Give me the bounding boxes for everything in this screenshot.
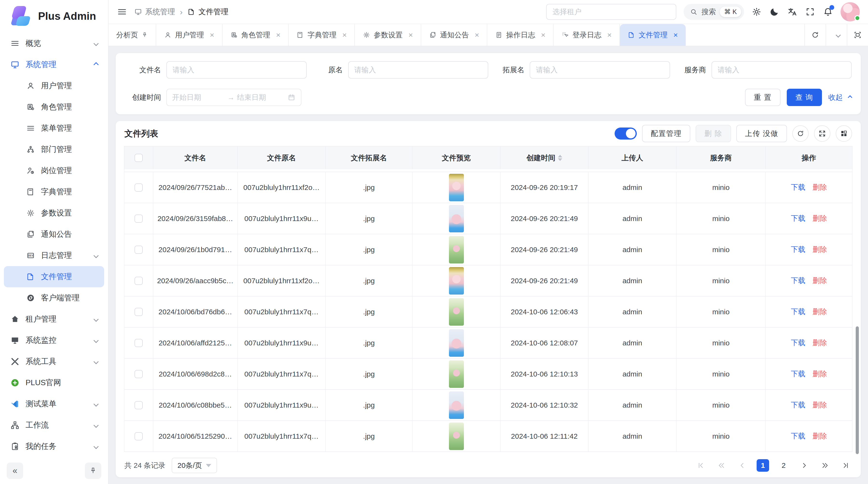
row-checkbox[interactable] xyxy=(134,308,143,316)
tab-close-icon[interactable]: × xyxy=(210,31,214,39)
row-checkbox[interactable] xyxy=(134,432,143,440)
download-link[interactable]: 下载 xyxy=(791,369,805,379)
delete-link[interactable]: 删除 xyxy=(812,338,827,348)
fast-prev-button[interactable] xyxy=(715,459,728,472)
global-search[interactable]: 搜索 ⌘ K xyxy=(684,4,744,20)
select-all-checkbox[interactable] xyxy=(134,154,143,162)
query-button[interactable]: 查 询 xyxy=(787,89,822,106)
tab-close-icon[interactable]: × xyxy=(541,31,546,39)
sidebar-pin-button[interactable] xyxy=(85,462,101,479)
delete-link[interactable]: 删除 xyxy=(812,400,827,410)
sidebar-item-用户管理[interactable]: 用户管理 xyxy=(4,75,104,96)
file-preview-thumbnail[interactable] xyxy=(449,423,464,450)
download-link[interactable]: 下载 xyxy=(791,338,805,348)
filter-input-原名[interactable] xyxy=(348,61,489,78)
page-button-1[interactable]: 1 xyxy=(756,459,769,472)
filter-input-服务商[interactable] xyxy=(712,61,852,78)
sidebar-item-部门管理[interactable]: 部门管理 xyxy=(4,139,104,160)
filter-input-拓展名[interactable] xyxy=(530,61,670,78)
row-checkbox[interactable] xyxy=(134,215,143,223)
tabs-more-button[interactable] xyxy=(826,24,847,46)
tab-close-icon[interactable]: × xyxy=(342,31,347,39)
sidebar-item-测试菜单[interactable]: 测试菜单 xyxy=(4,393,104,415)
date-range-input[interactable]: 开始日期 → 结束日期 xyxy=(166,89,301,106)
prev-page-button[interactable] xyxy=(736,459,748,472)
file-preview-thumbnail[interactable] xyxy=(449,174,464,201)
sidebar-item-概览[interactable]: 概览 xyxy=(4,33,104,54)
sidebar-item-岗位管理[interactable]: 岗位管理 xyxy=(4,160,104,181)
download-link[interactable]: 下载 xyxy=(791,307,805,317)
file-preview-thumbnail[interactable] xyxy=(449,205,464,232)
last-page-button[interactable] xyxy=(840,459,852,472)
search-toggle[interactable] xyxy=(615,128,637,139)
next-page-button[interactable] xyxy=(798,459,811,472)
sidebar-item-参数设置[interactable]: 参数设置 xyxy=(4,202,104,224)
table-fullscreen-button[interactable] xyxy=(814,125,830,142)
sidebar-item-字典管理[interactable]: 字典管理 xyxy=(4,181,104,202)
delete-button[interactable]: 删 除 xyxy=(695,125,731,142)
download-link[interactable]: 下载 xyxy=(791,400,805,410)
tab-分析页[interactable]: 分析页 xyxy=(108,24,156,46)
tab-close-icon[interactable]: × xyxy=(607,31,612,39)
page-button-2[interactable]: 2 xyxy=(777,459,790,472)
reset-button[interactable]: 重 置 xyxy=(745,89,780,106)
tenant-select[interactable]: 选择租户 xyxy=(546,4,676,20)
sidebar-item-菜单管理[interactable]: 菜单管理 xyxy=(4,118,104,139)
avatar[interactable] xyxy=(840,2,860,22)
sidebar-item-PLUS官网[interactable]: PLUS官网 xyxy=(4,372,104,393)
tabs-refresh-button[interactable] xyxy=(804,24,826,46)
tab-登录日志[interactable]: 登录日志× xyxy=(554,24,620,46)
download-link[interactable]: 下载 xyxy=(791,431,805,441)
hamburger-menu-icon[interactable] xyxy=(117,6,127,17)
tabs-fullscreen-button[interactable] xyxy=(847,24,868,46)
tab-字典管理[interactable]: 字典管理× xyxy=(289,24,355,46)
sidebar-item-工作流[interactable]: 工作流 xyxy=(4,415,104,436)
page-size-select[interactable]: 20条/页 xyxy=(172,458,217,473)
row-checkbox[interactable] xyxy=(134,370,143,378)
sidebar-item-租户管理[interactable]: 租户管理 xyxy=(4,309,104,330)
tab-close-icon[interactable]: × xyxy=(674,31,678,39)
delete-link[interactable]: 删除 xyxy=(812,214,827,223)
tab-通知公告[interactable]: 通知公告× xyxy=(421,24,488,46)
sidebar-collapse-button[interactable]: « xyxy=(7,462,23,479)
config-manage-button[interactable]: 配置管理 xyxy=(642,125,690,142)
sidebar-item-我的任务[interactable]: 我的任务 xyxy=(4,436,104,457)
tab-close-icon[interactable]: × xyxy=(408,31,413,39)
first-page-button[interactable] xyxy=(694,459,707,472)
tab-文件管理[interactable]: 文件管理× xyxy=(620,24,686,46)
delete-link[interactable]: 删除 xyxy=(812,431,827,441)
row-checkbox[interactable] xyxy=(134,246,143,254)
vertical-scrollbar[interactable] xyxy=(856,326,859,454)
file-preview-thumbnail[interactable] xyxy=(449,360,464,388)
upload-button[interactable]: 上传 没做 xyxy=(736,125,787,142)
column-settings-button[interactable] xyxy=(836,125,852,142)
sidebar-item-系统管理[interactable]: 系统管理 xyxy=(4,54,104,75)
notifications-button[interactable] xyxy=(823,6,833,17)
tab-角色管理[interactable]: 角色管理× xyxy=(222,24,289,46)
download-link[interactable]: 下载 xyxy=(791,245,805,255)
collapse-filters-link[interactable]: 收起 xyxy=(828,93,851,102)
breadcrumb-root[interactable]: 系统管理 xyxy=(134,7,175,17)
sidebar-item-系统工具[interactable]: 系统工具 xyxy=(4,351,104,372)
tab-参数设置[interactable]: 参数设置× xyxy=(355,24,421,46)
file-preview-thumbnail[interactable] xyxy=(449,236,464,263)
row-checkbox[interactable] xyxy=(134,401,143,409)
row-checkbox[interactable] xyxy=(134,339,143,347)
fast-next-button[interactable] xyxy=(819,459,831,472)
tab-用户管理[interactable]: 用户管理× xyxy=(156,24,222,46)
download-link[interactable]: 下载 xyxy=(791,183,805,192)
row-checkbox[interactable] xyxy=(134,184,143,192)
table-refresh-button[interactable] xyxy=(792,125,809,142)
file-preview-thumbnail[interactable] xyxy=(449,391,464,419)
sort-caret-icon[interactable] xyxy=(558,155,562,161)
sidebar-item-角色管理[interactable]: 角色管理 xyxy=(4,96,104,118)
delete-link[interactable]: 删除 xyxy=(812,307,827,317)
sidebar-item-文件管理[interactable]: 文件管理 xyxy=(4,266,104,287)
file-preview-thumbnail[interactable] xyxy=(449,267,464,295)
settings-button[interactable] xyxy=(751,6,762,17)
dark-mode-button[interactable] xyxy=(769,6,780,17)
fullscreen-button[interactable] xyxy=(805,6,815,17)
delete-link[interactable]: 删除 xyxy=(812,245,827,255)
download-link[interactable]: 下载 xyxy=(791,214,805,223)
delete-link[interactable]: 删除 xyxy=(812,276,827,286)
